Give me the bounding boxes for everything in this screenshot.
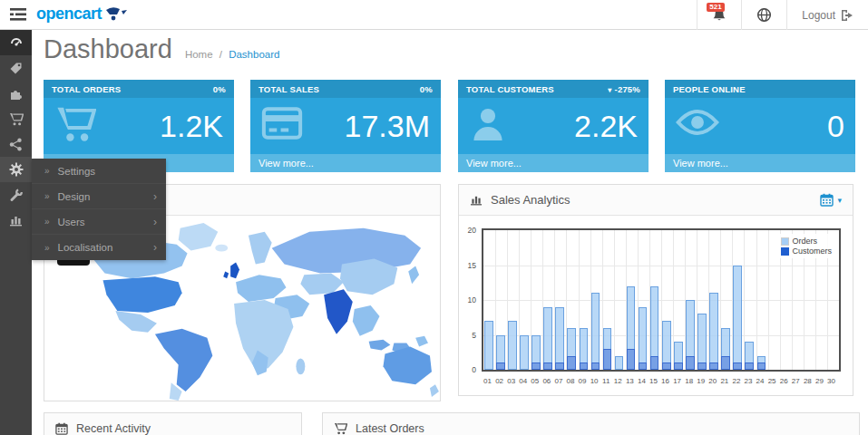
bar-customers-06 — [543, 362, 552, 370]
indent-menu-icon — [8, 5, 28, 24]
x-tick-label: 17 — [671, 377, 683, 385]
sidebar-item-marketing[interactable] — [0, 131, 32, 157]
calendar-icon — [55, 422, 68, 435]
opencart-logo[interactable]: opencart — [36, 5, 129, 24]
breadcrumb: Home / Dashboard — [185, 49, 280, 60]
bar-customers-15 — [650, 356, 659, 370]
bar-customers-02 — [496, 362, 505, 370]
sidebar-item-tools[interactable] — [0, 182, 32, 208]
x-tick-label: 04 — [517, 377, 529, 385]
x-tick-label: 12 — [612, 377, 624, 385]
sidebar-nav — [0, 30, 32, 435]
notification-badge: 521 — [707, 3, 724, 12]
x-tick-label: 09 — [577, 377, 589, 385]
bar-customers-16 — [662, 362, 671, 370]
tile-title: TOTAL ORDERS — [52, 84, 121, 94]
page-title: Dashboard — [44, 34, 172, 64]
cart-tile-icon — [54, 105, 96, 143]
bar-orders-12 — [615, 356, 624, 370]
sidebar-item-catalog[interactable] — [0, 55, 32, 81]
bar-customers-18 — [686, 356, 695, 370]
latest-orders-title: Latest Orders — [356, 422, 424, 435]
logout-button[interactable]: Logout — [786, 0, 868, 30]
credit-card-icon — [261, 105, 303, 141]
chevron-right-icon: › — [153, 216, 157, 228]
tile-value: 17.3M — [345, 109, 431, 144]
x-tick-label: 16 — [659, 377, 671, 385]
logo-text: opencart — [36, 5, 102, 24]
bar-customers-08 — [567, 356, 576, 370]
bar-orders-01 — [484, 321, 493, 370]
legend-label-customers: Customers — [792, 246, 832, 256]
view-more-link[interactable]: View more... — [458, 154, 649, 172]
submenu-item-design[interactable]: » Design › — [32, 184, 166, 209]
bar-customers-07 — [555, 362, 564, 370]
wrench-icon — [9, 188, 23, 202]
sidebar-item-sales[interactable] — [0, 106, 32, 131]
x-tick-label: 21 — [718, 377, 730, 385]
x-tick-label: 25 — [766, 377, 778, 385]
x-tick-label: 10 — [589, 377, 600, 385]
bar-customers-19 — [697, 362, 707, 370]
tile-value: 0 — [827, 109, 844, 144]
bar-customers-10 — [591, 362, 600, 370]
bar-chart-icon — [9, 214, 23, 227]
notifications-button[interactable]: 521 — [697, 0, 741, 30]
bar-orders-19 — [697, 314, 707, 370]
view-more-link[interactable]: View more... — [665, 154, 855, 172]
submenu-item-settings[interactable]: » Settings — [32, 159, 166, 184]
latest-orders-header: Latest Orders — [323, 413, 859, 435]
bar-customers-05 — [532, 362, 541, 370]
x-tick-label: 13 — [624, 377, 636, 385]
submenu-item-users[interactable]: » Users › — [32, 209, 166, 235]
x-tick-label: 11 — [600, 377, 612, 385]
bar-customers-17 — [674, 362, 683, 370]
bar-customers-20 — [709, 362, 718, 370]
bar-orders-04 — [520, 335, 529, 371]
tile-percent: 0% — [420, 84, 433, 94]
bar-orders-14 — [639, 307, 648, 370]
x-tick-label: 06 — [541, 377, 552, 385]
y-tick-label: 10 — [468, 295, 476, 304]
bar-customers-22 — [733, 362, 742, 370]
breadcrumb-home-link[interactable]: Home — [185, 49, 213, 60]
x-tick-label: 07 — [552, 377, 564, 385]
sidebar-item-system[interactable] — [0, 157, 32, 182]
submenu-label: Users — [58, 217, 85, 227]
sidebar-item-reports[interactable] — [0, 208, 32, 233]
bar-customers-13 — [627, 349, 636, 370]
user-icon — [469, 105, 507, 143]
system-submenu: » Settings » Design › » Users › » Locali… — [32, 159, 166, 260]
header-actions: 521 Logout — [697, 0, 868, 30]
bar-orders-20 — [709, 293, 718, 370]
sidebar-item-extensions[interactable] — [0, 81, 32, 106]
chevron-right-icon: › — [153, 241, 157, 254]
double-angle-icon: » — [44, 217, 50, 227]
sidebar-item-dashboard[interactable] — [0, 30, 32, 55]
tile-percent: ▾-275% — [608, 84, 640, 94]
latest-orders-panel: Latest Orders — [322, 412, 860, 435]
x-tick-label: 29 — [814, 377, 825, 385]
x-tick-label: 01 — [482, 377, 493, 385]
tile-title: TOTAL SALES — [258, 84, 319, 94]
date-range-dropdown[interactable]: ▾ — [820, 193, 842, 207]
eye-icon — [676, 105, 719, 140]
x-tick-label: 02 — [493, 377, 505, 385]
logout-icon — [841, 9, 853, 22]
share-nodes-icon — [9, 138, 23, 151]
x-tick-label: 18 — [683, 377, 695, 385]
view-more-link[interactable]: View more... — [250, 154, 441, 172]
breadcrumb-current-link[interactable]: Dashboard — [229, 49, 279, 60]
menu-toggle-button[interactable] — [8, 5, 30, 24]
submenu-label: Design — [58, 191, 91, 202]
y-tick-label: 20 — [468, 226, 476, 235]
submenu-item-localisation[interactable]: » Localisation › — [32, 235, 166, 260]
bar-customers-24 — [757, 362, 766, 370]
x-tick-label: 22 — [730, 377, 742, 385]
logout-label: Logout — [802, 9, 835, 22]
shopping-cart-icon — [9, 112, 24, 126]
recent-activity-header: Recent Activity — [44, 413, 301, 435]
x-tick-label: 28 — [802, 377, 814, 385]
bar-orders-07 — [555, 307, 564, 370]
language-button[interactable] — [741, 0, 786, 30]
